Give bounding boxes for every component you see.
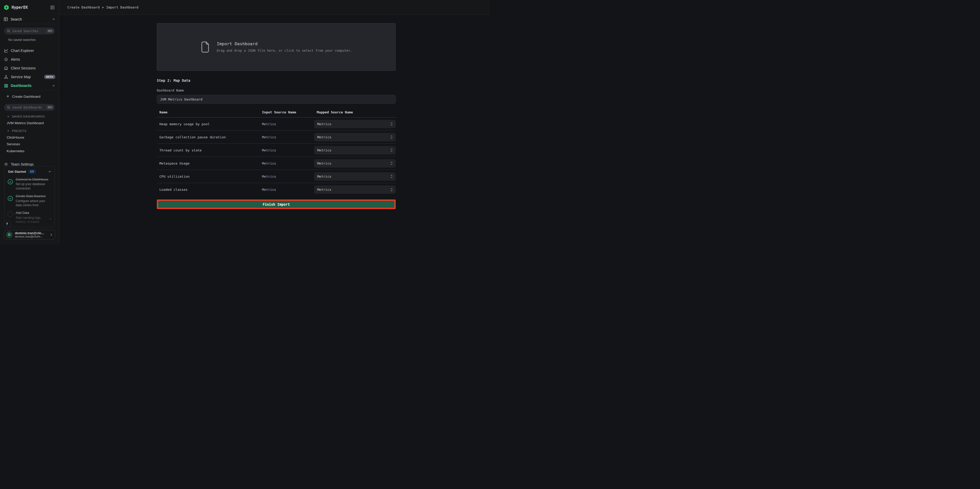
mapped-source-select[interactable]: Metrics [314, 146, 396, 155]
sidebar-item-services[interactable]: Services [7, 142, 59, 146]
saved-dashboards-input[interactable] [12, 106, 46, 109]
sidebar-item-dashboards[interactable]: Dashboards [0, 81, 59, 90]
checklist-item-title: Add Data [16, 211, 48, 215]
shortcut-badge: ⌘K [46, 29, 54, 33]
chevron-down-icon [7, 115, 10, 118]
row-name: CPU utilization [157, 175, 259, 178]
no-saved-searches-note: No saved searches [8, 38, 59, 41]
chevron-down-icon [7, 129, 10, 132]
breadcrumb-import-dashboard[interactable]: Import Dashboard [106, 5, 138, 9]
chart-explorer-icon [3, 48, 8, 53]
presets-group-header[interactable]: PRESETS [7, 129, 59, 132]
checklist-item-add-data[interactable]: Add Data Start sending logs, metrics, or… [8, 211, 52, 224]
sidebar-item-alerts[interactable]: Alerts [0, 55, 59, 64]
empty-circle-icon [8, 211, 13, 217]
column-header-name: Name [157, 110, 259, 114]
topbar: Create Dashboard > Import Dashboard [59, 0, 490, 15]
laptop-icon [3, 66, 8, 70]
mapped-source-select[interactable]: Metrics [314, 172, 396, 181]
dashboard-name-input[interactable] [157, 95, 396, 104]
select-value: Metrics [317, 148, 390, 152]
get-started-header[interactable]: Get Started 2/3 [4, 166, 54, 174]
mapped-source-select[interactable]: Metrics [314, 159, 396, 167]
row-input-source: Metrics [259, 161, 314, 165]
finish-import-button[interactable]: Finish Import [158, 201, 395, 208]
saved-searches-search[interactable]: ⌘K [4, 27, 55, 35]
dashboard-name-label: Dashboard Name [157, 88, 396, 92]
checklist-item-title: Connect to ClickHouse [16, 177, 52, 182]
select-value: Metrics [317, 188, 390, 191]
select-value: Metrics [317, 135, 390, 139]
group-label: SAVED DASHBOARDS [12, 115, 45, 118]
select-value: Metrics [317, 122, 390, 126]
create-dashboard-button[interactable]: Create Dashboard [0, 92, 59, 100]
mapped-source-select[interactable]: Metrics [314, 120, 396, 128]
checklist-item-subtitle: Start sending logs, metrics, or traces [16, 216, 48, 224]
search-section-icon [3, 17, 8, 21]
sidebar-item-kubernetes[interactable]: Kubernetes [7, 149, 59, 153]
search-section-header[interactable]: Search [0, 15, 59, 24]
row-name: Garbage collection pause duration [157, 135, 259, 139]
mapped-source-select[interactable]: Metrics [314, 133, 396, 142]
table-row: CPU utilization Metrics Metrics [157, 170, 396, 183]
saved-dashboards-group-header[interactable]: SAVED DASHBOARDS [7, 115, 59, 118]
table-row: Garbage collection pause duration Metric… [157, 131, 396, 144]
beta-badge: BETA [44, 75, 55, 79]
sidebar-item-chart-explorer[interactable]: Chart Explorer [0, 46, 59, 55]
chevron-up-icon [52, 84, 55, 88]
chevron-right-icon [49, 233, 53, 237]
select-chevrons-icon [390, 174, 393, 179]
sidebar-item-client-sessions[interactable]: Client Sessions [0, 64, 59, 73]
saved-searches-input[interactable] [12, 29, 46, 33]
sidebar-collapse-icon[interactable] [49, 5, 55, 10]
arrow-right-icon: → [48, 216, 52, 224]
row-name: Thread count by state [157, 148, 259, 152]
team-settings-label: Team Settings [11, 162, 55, 166]
help-button[interactable]: ? [3, 220, 11, 228]
column-header-input-source: Input Source Name [259, 110, 314, 114]
import-dropzone[interactable]: Import Dashboard Drag and drop a JSON fi… [157, 23, 396, 71]
sidebar-item-jvm-metrics-dashboard[interactable]: JVM Metrics Dashboard [7, 121, 59, 125]
select-chevrons-icon [390, 161, 393, 166]
breadcrumb-create-dashboard[interactable]: Create Dashboard [67, 5, 100, 9]
mapping-table: Name Input Source Name Mapped Source Nam… [157, 110, 396, 196]
sidebar: HyperDX Search [0, 0, 59, 244]
dropzone-title: Import Dashboard [217, 41, 352, 46]
divider [0, 24, 59, 24]
checklist-item-create-data-sources[interactable]: Create Data Sources Configure where your… [8, 194, 52, 207]
sidebar-item-clickhouse[interactable]: ClickHouse [7, 135, 59, 140]
bell-icon [3, 57, 8, 62]
file-icon [200, 41, 210, 53]
breadcrumb-separator: > [102, 5, 104, 9]
get-started-title: Get Started [8, 170, 26, 174]
create-dashboard-label: Create Dashboard [12, 95, 40, 99]
table-row: Thread count by state Metrics Metrics [157, 144, 396, 157]
main-area: Create Dashboard > Import Dashboard Impo… [59, 0, 490, 244]
sidebar-nav: Chart Explorer Alerts Cl [0, 46, 59, 90]
checklist-item-subtitle: Set up your database connection [16, 182, 52, 190]
nav-label: Alerts [11, 57, 55, 61]
app-window: HyperDX Search [0, 0, 490, 244]
sidebar-item-service-map[interactable]: Service Map BETA [0, 73, 59, 81]
mapped-source-select[interactable]: Metrics [314, 185, 396, 194]
select-chevrons-icon [390, 188, 393, 192]
select-chevrons-icon [390, 135, 393, 139]
hyperdx-logo-icon [3, 5, 9, 10]
saved-dashboards-search[interactable]: ⌘K [4, 104, 55, 111]
dropzone-subtitle: Drag and drop a JSON file here, or click… [217, 49, 352, 53]
nav-label: Client Sessions [11, 66, 55, 70]
check-circle-icon [8, 179, 13, 185]
row-input-source: Metrics [259, 135, 314, 139]
progress-badge: 2/3 [28, 169, 36, 174]
row-name: Metaspace Usage [157, 161, 259, 165]
step-title: Step 2: Map Data [157, 78, 396, 83]
search-icon [7, 29, 10, 33]
checklist-item-connect-clickhouse[interactable]: Connect to ClickHouse Set up your databa… [8, 177, 52, 191]
shortcut-badge: ⌘K [46, 105, 54, 109]
user-name: dominic.tran@clic... [15, 231, 49, 235]
chevron-up-icon [48, 170, 51, 173]
search-section-label: Search [11, 17, 52, 21]
divider [0, 90, 59, 90]
user-account-chip[interactable]: D dominic.tran@clic... dominic.tran@clic… [3, 230, 55, 240]
avatar: D [6, 231, 13, 238]
